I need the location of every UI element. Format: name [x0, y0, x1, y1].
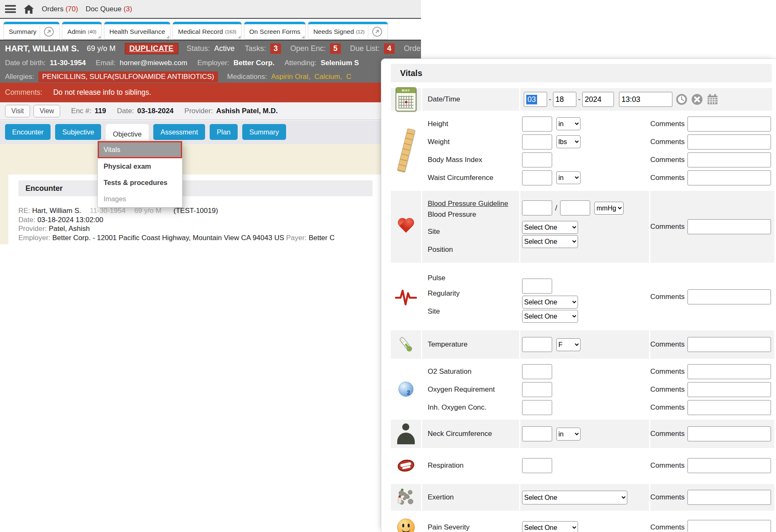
menu-item-images[interactable]: Images	[98, 191, 182, 207]
bp-diastolic-input[interactable]	[560, 200, 590, 215]
o2-saturation-comments-input[interactable]	[687, 364, 771, 379]
medication-item[interactable]: C	[346, 73, 351, 81]
weight-unit-select[interactable]: lbs	[556, 135, 581, 148]
nav-orders[interactable]: Orders (70)	[42, 5, 78, 13]
neck-circumference-input[interactable]	[522, 426, 552, 441]
exertion-comments-input[interactable]	[687, 490, 771, 505]
employer-value: Better Corp. - 12001 Pacific Coast Highw…	[52, 234, 284, 242]
duplicate-badge[interactable]: DUPLICATE	[125, 43, 178, 54]
orders-label: Orders	[42, 5, 63, 13]
height-comments-input[interactable]	[687, 117, 771, 132]
due-list-badge[interactable]: 4	[384, 43, 395, 54]
pain-comments-input[interactable]	[687, 520, 771, 532]
month-input[interactable]: 03	[524, 92, 547, 107]
temperature-comments-input[interactable]	[687, 337, 771, 352]
weight-input[interactable]	[522, 134, 552, 149]
clock-icon[interactable]	[675, 93, 688, 106]
tab-needs-signed[interactable]: Needs Signed (12)	[308, 22, 388, 40]
waist-unit-select[interactable]: in	[556, 171, 581, 184]
patient-header-row3: Allergies: PENICILLINS, SULFA(SULFONAMID…	[0, 70, 421, 83]
comments-banner-text: Do not release info to siblings.	[53, 88, 151, 97]
pain-icon-cell	[391, 514, 421, 532]
respiration-input[interactable]	[522, 458, 552, 473]
menu-item-vitals[interactable]: Vitals	[98, 141, 182, 158]
bp-comments-input[interactable]	[687, 219, 771, 234]
person-silhouette-icon	[396, 423, 416, 444]
year-input[interactable]	[582, 92, 614, 107]
ekg-pulse-icon	[395, 286, 417, 307]
tasks-badge[interactable]: 3	[270, 43, 281, 54]
view-button[interactable]: View	[33, 105, 60, 117]
open-in-new-circle-arrow-icon[interactable]	[372, 26, 383, 37]
pain-severity-select[interactable]: Select One	[522, 521, 578, 532]
blood-pressure-guideline-link[interactable]: Blood Pressure Guideline	[428, 200, 508, 208]
bp-slash: /	[555, 203, 557, 213]
divider	[368, 25, 368, 38]
pulse-input[interactable]	[522, 279, 552, 294]
tab-count: (12)	[356, 29, 365, 34]
temperature-section: Temperature F Comments	[391, 330, 772, 359]
nav-doc-queue[interactable]: Doc Queue (3)	[86, 5, 132, 13]
open-enc-badge[interactable]: 5	[330, 43, 341, 54]
payer-label: Payer:	[286, 234, 307, 242]
tab-on-screen-forms[interactable]: On Screen Forms	[244, 22, 306, 40]
bp-systolic-input[interactable]	[522, 200, 552, 215]
assessment-section-button[interactable]: Assessment	[153, 124, 205, 140]
height-unit-select[interactable]: in	[556, 117, 581, 130]
tab-health-surveillance[interactable]: Health Surveillance	[104, 22, 171, 40]
bmi-input[interactable]	[522, 152, 552, 167]
visit-button[interactable]: Visit	[5, 105, 30, 117]
day-input[interactable]	[553, 92, 576, 107]
oxygen-requirement-input[interactable]	[522, 382, 552, 397]
hamburger-menu-icon[interactable]	[5, 5, 16, 13]
subjective-section-button[interactable]: Subjective	[55, 124, 101, 140]
encounter-date-line: Date: 03-18-2024 13:02:00	[18, 215, 378, 225]
menu-item-tests-procedures[interactable]: Tests & procedures	[98, 175, 182, 191]
height-input[interactable]	[522, 117, 552, 132]
date-value: 03-18-2024 13:02:00	[37, 216, 103, 224]
waist-comments-input[interactable]	[687, 170, 771, 185]
open-in-new-circle-arrow-icon[interactable]	[43, 26, 54, 37]
tab-medical-record[interactable]: Medical Record (163)	[172, 22, 242, 40]
exertion-select[interactable]: Select One	[522, 491, 627, 504]
bp-site-label: Site	[428, 223, 519, 241]
neck-unit-select[interactable]: in	[556, 428, 581, 441]
encounter-section-button[interactable]: Encounter	[5, 124, 51, 140]
anthro-labels: Height Weight Body Mass Index Waist Circ…	[422, 113, 519, 187]
temperature-unit-select[interactable]: F	[556, 338, 581, 351]
bmi-comments-input[interactable]	[687, 152, 771, 167]
bp-unit-select[interactable]: mmHg	[594, 202, 624, 215]
weight-comments-input[interactable]	[687, 134, 771, 149]
tab-admin[interactable]: Admin (40)	[62, 22, 101, 40]
inh-oxygen-conc-input[interactable]	[522, 400, 552, 415]
summary-section-button[interactable]: Summary	[242, 124, 286, 140]
neck-comments-input[interactable]	[687, 426, 771, 441]
pulse-comments-input[interactable]	[687, 289, 771, 304]
waist-circumference-input[interactable]	[522, 170, 552, 185]
allergies-badge[interactable]: PENICILLINS, SULFA(SULFONAMIDE ANTIBIOTI…	[38, 71, 218, 82]
o2-saturation-input[interactable]	[522, 364, 552, 379]
pulse-section: Pulse Regularity Site Select One Select …	[391, 267, 772, 327]
respiration-comments-input[interactable]	[687, 458, 771, 473]
bp-site-select[interactable]: Select One	[522, 221, 578, 234]
medication-item[interactable]: Calcium,	[314, 73, 342, 81]
time-input[interactable]	[619, 92, 672, 107]
inh-oxygen-conc-comments-input[interactable]	[687, 400, 771, 415]
calendar-picker-icon[interactable]	[706, 93, 719, 106]
plan-section-button[interactable]: Plan	[210, 124, 238, 140]
home-icon[interactable]	[23, 4, 34, 14]
bp-position-select[interactable]: Select One	[522, 235, 578, 248]
clear-x-icon[interactable]	[691, 93, 703, 106]
soap-section-buttons: Encounter Subjective Objective Assessmen…	[0, 120, 421, 144]
pulse-icon-cell	[391, 267, 421, 327]
oxygen-requirement-comments-input[interactable]	[687, 382, 771, 397]
datetime-icon-cell: MAY	[391, 88, 421, 111]
comments-label: Comments	[650, 156, 685, 164]
menu-item-physical-exam[interactable]: Physical exam	[98, 158, 182, 175]
tab-summary[interactable]: Summary	[3, 22, 60, 40]
pulse-regularity-select[interactable]: Select One	[522, 296, 578, 309]
allergies-label: Allergies:	[5, 73, 34, 81]
temperature-input[interactable]	[522, 337, 552, 352]
medication-item[interactable]: Aspirin Oral,	[271, 73, 310, 81]
pulse-site-select[interactable]: Select One	[522, 310, 578, 323]
